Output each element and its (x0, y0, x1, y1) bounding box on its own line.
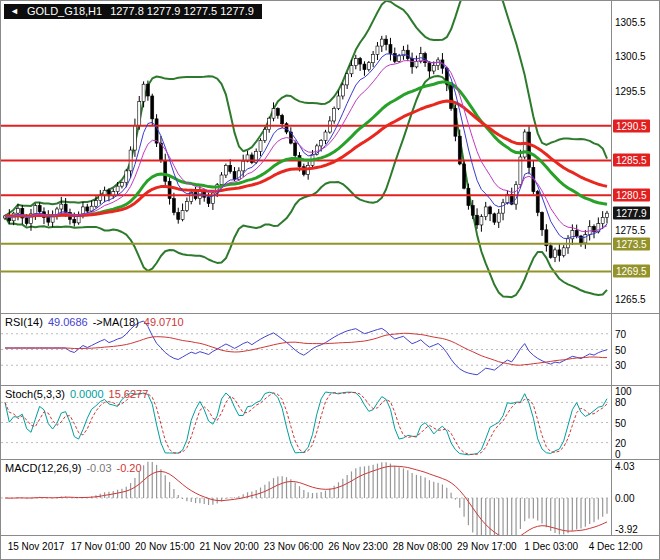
time-label: 17 Nov 01:00 (71, 541, 131, 552)
rsi-tick: 50 (615, 344, 626, 355)
rsi-panel[interactable]: RSI(14)49.0686->MA(18)49.0710 705030 (1, 314, 660, 386)
stoch-tick: 100 (615, 386, 632, 397)
stoch-main-value: 0.0000 (70, 388, 104, 400)
macd-tick: 4.03 (615, 461, 634, 472)
chart-title-bar: ◄ GOLD_G18,H1 1277.8 1277.9 1277.5 1277.… (4, 4, 262, 19)
time-label: 21 Nov 20:00 (199, 541, 259, 552)
macd-signal-value: -0.20 (117, 462, 142, 474)
rsi-axis[interactable]: 705030 (611, 314, 660, 385)
stochastic-axis[interactable]: 1008050200 (611, 386, 660, 459)
stochastic-panel[interactable]: Stoch(5,3,3)0.000015.6277 1008050200 (1, 386, 660, 460)
time-label: 23 Nov 06:00 (264, 541, 324, 552)
price-level-label: 1273.5 (613, 237, 650, 250)
stoch-tick: 20 (615, 437, 626, 448)
rsi-ma-value: 49.0710 (144, 316, 184, 328)
macd-value: -0.03 (86, 462, 111, 474)
rsi-value: 49.0686 (48, 316, 88, 328)
candlestick-chart-canvas[interactable] (1, 1, 611, 313)
price-tick: 1265.5 (615, 294, 646, 305)
time-label: 29 Nov 17:00 (457, 541, 517, 552)
macd-axis[interactable]: 4.030.00-3.92 (611, 460, 660, 535)
price-tick: 1300.5 (615, 51, 646, 62)
chart-symbol-label: GOLD_G18,H1 (27, 5, 102, 17)
macd-label: MACD(12,26,9)-0.03-0.20 (5, 462, 147, 474)
chart-ohlc-quote: 1277.8 1277.9 1277.5 1277.9 (110, 5, 254, 17)
price-tick: 1305.5 (615, 16, 646, 27)
time-axis[interactable]: 15 Nov 201717 Nov 01:0020 Nov 15:0021 No… (1, 536, 660, 560)
stochastic-label: Stoch(5,3,3)0.000015.6277 (5, 388, 153, 400)
stoch-name: Stoch(5,3,3) (5, 388, 65, 400)
rsi-tick: 70 (615, 328, 626, 339)
macd-name: MACD(12,26,9) (5, 462, 81, 474)
price-tick: 1295.5 (615, 86, 646, 97)
rsi-name: RSI(14) (5, 316, 43, 328)
stoch-tick: 50 (615, 417, 626, 428)
price-level-label: 1280.5 (613, 189, 650, 202)
time-label: 15 Nov 2017 (8, 541, 65, 552)
stoch-tick: 0 (615, 449, 621, 460)
macd-panel[interactable]: MACD(12,26,9)-0.03-0.20 4.030.00-3.92 (1, 460, 660, 536)
rsi-label: RSI(14)49.0686->MA(18)49.0710 (5, 316, 189, 328)
trading-terminal-chart: ◄ GOLD_G18,H1 1277.8 1277.9 1277.5 1277.… (0, 0, 660, 560)
time-label: 20 Nov 15:00 (135, 541, 195, 552)
rsi-ma-name: ->MA(18) (93, 316, 139, 328)
macd-tick: 0.00 (615, 492, 634, 503)
time-label: 4 Dec 12:00 (589, 541, 643, 552)
time-label: 28 Nov 08:00 (393, 541, 453, 552)
rsi-tick: 30 (615, 360, 626, 371)
price-level-label: 1290.5 (613, 119, 650, 132)
price-level-label: 1269.5 (613, 265, 650, 278)
current-price-label: 1277.9 (613, 207, 650, 220)
collapse-chart-icon[interactable]: ◄ (10, 7, 19, 16)
time-label: 26 Nov 23:00 (328, 541, 388, 552)
stoch-tick: 80 (615, 397, 626, 408)
price-axis[interactable]: 1305.51300.51295.51290.51285.51280.51277… (611, 1, 660, 313)
stoch-signal-value: 15.6277 (109, 388, 149, 400)
price-tick: 1275.5 (615, 224, 646, 235)
time-label: 1 Dec 03:00 (524, 541, 578, 552)
macd-tick: -3.92 (615, 524, 638, 535)
main-chart-panel[interactable]: ◄ GOLD_G18,H1 1277.8 1277.9 1277.5 1277.… (1, 1, 660, 314)
price-level-label: 1285.5 (613, 154, 650, 167)
